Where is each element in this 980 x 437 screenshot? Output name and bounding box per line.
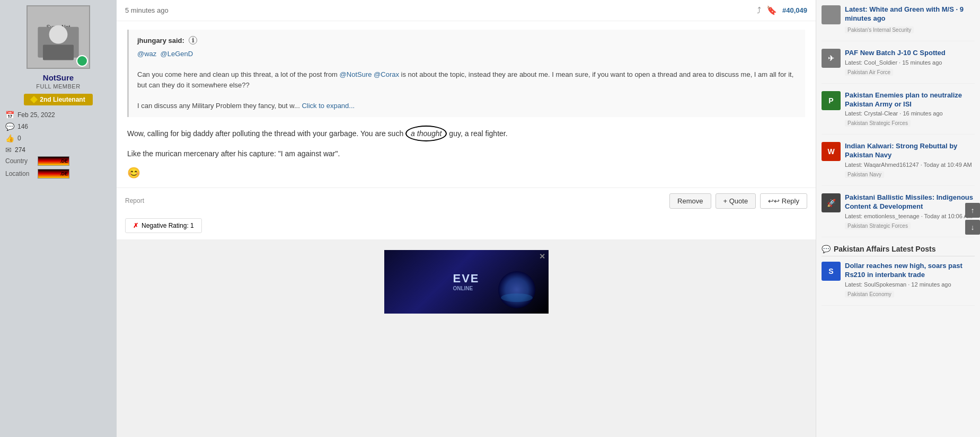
country-flag: .DE (38, 156, 69, 166)
svg-point-3 (49, 25, 68, 44)
messages-count: 146 (17, 123, 28, 130)
online-badge (76, 55, 88, 67)
post-main-text: Wow, calling for big daddy after polluti… (127, 126, 805, 141)
right-sidebar: Latest: White and Green with M/S · 9 min… (816, 0, 980, 437)
calendar-icon: 📅 (5, 111, 14, 119)
scroll-down-button[interactable]: ↓ (965, 220, 980, 235)
sidebar-avatar-letter-5: 🚀 (827, 199, 836, 207)
likes-count: 0 (17, 135, 21, 142)
ad-subtitle: ONLINE (453, 286, 479, 291)
ad-close-icon[interactable]: ✕ (539, 252, 545, 261)
quote-body-text: Can you come here and clean up this thre… (137, 70, 793, 89)
report-link[interactable]: Report (125, 197, 144, 204)
info-icon: ℹ (189, 36, 197, 44)
negative-rating-label: Negative Rating: 1 (142, 222, 194, 229)
sidebar-item-meta-2: Latest: Cool_Soldier · 15 minutes ago (845, 59, 975, 66)
rank-label: 2nd Lieutenant (40, 96, 85, 103)
sidebar-item-title-3[interactable]: Pakistan Enemies plan to neutralize Paki… (845, 91, 975, 109)
sidebar-avatar-letter-6: S (828, 267, 833, 275)
sidebar-item-title-1[interactable]: Latest: White and Green with M/S · 9 min… (845, 5, 975, 23)
bookmark-icon[interactable]: 🔖 (766, 5, 777, 15)
sidebar-item-title-4[interactable]: Indian Kalwari: Strong Rebuttal by Pakis… (845, 142, 975, 160)
sidebar-item-meta-6: Latest: SoulSpokesman · 12 minutes ago (845, 281, 975, 288)
negative-rating-badge: ✗ Negative Rating: 1 (125, 218, 202, 233)
section2-label: Pakistan Affairs Latest Posts (834, 245, 935, 253)
sidebar-item-4: W Indian Kalwari: Strong Rebuttal by Pak… (822, 142, 975, 186)
sidebar-avatar-1 (822, 5, 841, 24)
sidebar-item-tag-2: Pakistan Air Force (845, 69, 893, 76)
country-code: .DE (60, 158, 68, 164)
sidebar-item-tag-6: Pakistan Economy (845, 291, 894, 298)
sidebar-item-title-2[interactable]: PAF New Batch J-10 C Spotted (845, 49, 975, 58)
quote-block: jhungary said: ℹ @waz @LeGenD Can you co… (127, 30, 805, 117)
ad-area: ✕ EVE ONLINE (117, 239, 816, 324)
quote-button[interactable]: + Quote (716, 193, 756, 209)
sidebar-avatar-5: 🚀 (822, 193, 841, 212)
sidebar-item-meta-4: Latest: WaqarAhmed161247 · Today at 10:4… (845, 162, 975, 168)
scroll-controls: ↑ ↓ (965, 203, 980, 235)
sidebar-item-title-6[interactable]: Dollar reaches new high, soars past Rs21… (845, 262, 975, 280)
footer-buttons: Remove + Quote ↩↩ Reply (669, 193, 807, 209)
quote-truncated: I can discuss any Military Problem they … (137, 102, 294, 110)
sidebar-item-content-6: Dollar reaches new high, soars past Rs21… (845, 262, 975, 298)
sidebar-avatar-2: ✈ (822, 49, 841, 68)
location-flag: .DE (38, 169, 69, 179)
rating-x-icon: ✗ (133, 222, 138, 229)
message-icon: 💬 (5, 122, 14, 131)
country-label: Country (5, 157, 34, 165)
avatar: Sure, Not (27, 5, 90, 69)
posts-row: ✉ 274 (5, 146, 111, 154)
expand-link[interactable]: Click to expand... (302, 102, 355, 110)
share-icon[interactable]: ⤴ (757, 6, 761, 15)
mention-notsure[interactable]: @NotSure (340, 70, 372, 78)
post-header: 5 minutes ago ⤴ 🔖 #40,049 (117, 0, 816, 21)
mention-legend[interactable]: @LeGenD (161, 50, 193, 58)
sidebar-avatar-letter-2: ✈ (828, 54, 834, 63)
post-secondary-text: Like the murican mercenary after his cap… (127, 148, 805, 159)
sidebar-item-content-5: Pakistani Ballistic Missiles: Indigenous… (845, 193, 975, 229)
sidebar-item-5: 🚀 Pakistani Ballistic Missiles: Indigeno… (822, 193, 975, 237)
sidebar-item-meta-5: Latest: emotionless_teenage · Today at 1… (845, 213, 975, 219)
user-role: FULL MEMBER (36, 83, 80, 90)
posts-icon: ✉ (5, 146, 12, 154)
sidebar-item-2: ✈ PAF New Batch J-10 C Spotted Latest: C… (822, 49, 975, 84)
post-number: #40,049 (782, 6, 807, 14)
quote-author-name: jhungary said: (137, 37, 184, 44)
sidebar-item-content-4: Indian Kalwari: Strong Rebuttal by Pakis… (845, 142, 975, 178)
post-actions: ⤴ 🔖 #40,049 (757, 5, 807, 15)
remove-button[interactable]: Remove (669, 193, 711, 209)
mention-waz[interactable]: @waz (137, 50, 156, 58)
quote-author: jhungary said: ℹ (137, 36, 797, 44)
sidebar-item-3: P Pakistan Enemies plan to neutralize Pa… (822, 91, 975, 135)
sidebar-avatar-letter-4: W (827, 147, 834, 156)
join-date-row: 📅 Feb 25, 2022 (5, 111, 111, 119)
rating-area: ✗ Negative Rating: 1 (117, 214, 816, 239)
like-icon: 👍 (5, 134, 14, 142)
country-row: Country .DE (5, 156, 111, 166)
thought-circle: a thought (405, 126, 447, 141)
user-meta: 📅 Feb 25, 2022 💬 146 👍 0 ✉ 274 Country .… (5, 111, 111, 182)
posts-count-value: 274 (15, 146, 25, 154)
sidebar-item-tag-5: Pakistan Strategic Forces (845, 222, 911, 229)
rank-badge: 2nd Lieutenant (24, 94, 92, 105)
sidebar-section-2-title: 💬 Pakistan Affairs Latest Posts (822, 245, 975, 256)
sidebar-item-title-5[interactable]: Pakistani Ballistic Missiles: Indigenous… (845, 193, 975, 211)
location-row: Location .DE (5, 169, 111, 179)
scroll-up-button[interactable]: ↑ (965, 203, 980, 218)
ad-content: EVE ONLINE (453, 272, 479, 291)
post-time: 5 minutes ago (125, 6, 169, 14)
likes-row: 👍 0 (5, 134, 111, 142)
svg-rect-4 (43, 45, 74, 60)
mention-corax[interactable]: @Corax (374, 70, 399, 78)
sidebar-item-content-2: PAF New Batch J-10 C Spotted Latest: Coo… (845, 49, 975, 76)
sidebar-item-tag-3: Pakistan Strategic Forces (845, 120, 911, 127)
sidebar-item-content-1: Latest: White and Green with M/S · 9 min… (845, 5, 975, 33)
post-footer: Report Remove + Quote ↩↩ Reply (117, 188, 816, 214)
sidebar-item-content-3: Pakistan Enemies plan to neutralize Paki… (845, 91, 975, 127)
location-code: .DE (60, 171, 68, 176)
rank-diamond-icon (30, 96, 38, 103)
sidebar-avatar-3: P (822, 91, 841, 110)
sidebar-avatar-6: S (822, 262, 841, 281)
reply-button[interactable]: ↩↩ Reply (760, 193, 807, 209)
sidebar-item-tag-1: Pakistan's Internal Security (845, 26, 914, 33)
